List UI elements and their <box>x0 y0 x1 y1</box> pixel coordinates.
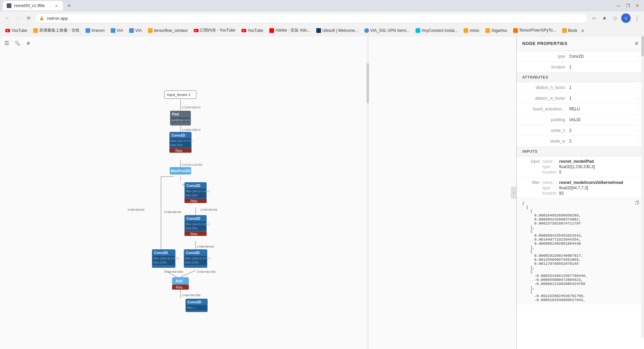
bookmark-label: 訂閱內容 - YouTube <box>200 28 235 33</box>
refresh-button[interactable]: ⟳ <box>24 13 34 23</box>
menu-button[interactable]: ⋮ <box>632 13 641 23</box>
prop-type-expand: › <box>638 54 639 58</box>
node-conv2d-2[interactable]: Conv2D filter (64×1×1×64) bias (64) Relu <box>184 182 210 203</box>
panel-scrollbar-track <box>641 36 644 338</box>
attributes-section-header: ATTRIBUTES <box>517 72 644 82</box>
node-conv2d-5[interactable]: Conv2D filter (256×1×1×64) bias (256) <box>152 249 179 268</box>
bookmark-label: AnyConnect Instal... <box>422 28 458 33</box>
code-line-1: [ <box>522 201 639 205</box>
node-input-tensor[interactable]: input_tensor 2 <box>164 91 196 99</box>
svg-text:Relu: Relu <box>191 199 198 203</box>
input-name-value: resnet_model/Pad <box>559 159 594 164</box>
bookmark-youtube-2[interactable]: ▶ YouTube <box>239 27 266 34</box>
new-tab-button[interactable]: + <box>64 1 74 10</box>
node-pad[interactable]: Pad paddings (4×2) <box>170 111 192 126</box>
right-scroll-indicator[interactable]: › <box>511 187 516 199</box>
code-line-3: [ <box>522 209 639 213</box>
prop-stride-w-row: stride_w 2 › <box>517 136 644 147</box>
bookmark-book[interactable]: Book <box>559 27 580 34</box>
node-conv2d-4[interactable]: Conv2D filter (256×1×1×64) bias (256) <box>184 249 211 268</box>
bookmark-ubisoft[interactable]: Ubisoft | Welcome... <box>314 27 361 34</box>
bookmarks-overflow[interactable]: » <box>581 28 584 34</box>
address-bar[interactable]: 🔒 netron.app <box>35 13 588 23</box>
back-button[interactable]: ← <box>3 13 12 23</box>
title-bar: resnet50_v1.tflite ✕ + — ❐ ✕ <box>0 0 644 11</box>
code-value-3: 0.0002373910974711797 <box>522 221 639 226</box>
node-conv2d-1[interactable]: Conv2D filter (64×7×7×3) bias (64) Relu <box>169 132 193 153</box>
folder-icon <box>33 28 38 33</box>
prop-dilation-h-value: 1 <box>569 85 638 90</box>
bookmark-star-button[interactable]: ★ <box>600 13 609 23</box>
forward-button[interactable]: → <box>13 13 23 23</box>
svg-text:Relu: Relu <box>175 149 182 153</box>
svg-text:Relu: Relu <box>191 232 198 236</box>
input-type-value: float32[1,230,230,3] <box>559 164 595 169</box>
code-value-5: 0.001449771923944354, <box>522 238 639 242</box>
svg-text:Relu: Relu <box>176 286 183 289</box>
node-conv2d-6[interactable]: Conv2D filter (... <box>185 299 208 312</box>
tab-close-button[interactable]: ✕ <box>54 3 59 8</box>
prop-dilation-h-label: dilation_h_factor <box>522 85 569 90</box>
bookmark-label: YouTube <box>11 28 27 33</box>
prop-fused-activation-value: RELU <box>569 107 638 111</box>
node-maxpool2d[interactable]: MaxPool2D <box>170 167 191 174</box>
svg-text:1×56×56×256: 1×56×56×256 <box>197 270 216 273</box>
bookmark-minio[interactable]: minio <box>461 27 482 34</box>
bookmark-youtube-1[interactable]: ▶ YouTube <box>3 27 30 34</box>
code-line-5: { <box>522 250 639 254</box>
properties-close-button[interactable]: ✕ <box>634 40 639 47</box>
svg-text:filter (256×1×1×64): filter (256×1×1×64) <box>153 257 179 260</box>
bookmark-vpn[interactable]: VIA_SSL VPN Servi... <box>362 27 412 34</box>
restore-button[interactable]: ❐ <box>624 2 632 10</box>
svg-text:1×56×56×64: 1×56×56×64 <box>200 208 217 211</box>
active-tab[interactable]: resnet50_v1.tflite ✕ <box>3 1 63 10</box>
prop-dilation-h-row: dilation_h_factor 1 › <box>517 82 644 93</box>
node-conv2d-3[interactable]: Conv2D filter (64×3×3×64) bias (64) Relu <box>184 215 210 236</box>
bookmark-kneron[interactable]: Kneron <box>83 27 107 34</box>
folder-icon <box>111 28 115 33</box>
code-value-8: 0.0012556669744510​65, <box>522 258 639 262</box>
tab-search-button[interactable]: ◻ <box>610 13 620 23</box>
input-role-label: input <box>522 159 542 164</box>
bookmark-adobe[interactable]: Adobe - 安裝 Ado... <box>267 26 313 35</box>
prop-location-value: 1 <box>569 65 639 69</box>
graph-area[interactable]: ☰ 🔍 ⊕ 1×224×224×3 1×230×230×3 1×112×112×… <box>0 36 517 349</box>
input-type-row: type: float32[1,230,230,3] <box>542 164 639 169</box>
prop-stride-h-label: stride_h <box>522 128 569 133</box>
svg-text:1×56×56×64: 1×56×56×64 <box>127 208 145 211</box>
bookmark-tensorflow-centaur[interactable]: tensorflow_centaur <box>145 27 191 34</box>
graph-canvas: 1×224×224×3 1×230×230×3 1×112×112×64 1×5… <box>0 36 369 349</box>
code-close-2: ], <box>522 246 639 250</box>
location-label: location: <box>542 170 559 174</box>
copy-icon-button[interactable]: 🗍 <box>635 201 639 206</box>
svg-text:Conv2D: Conv2D <box>171 133 185 137</box>
bookmark-gigahsu[interactable]: GigaHsu <box>483 27 510 34</box>
cast-button[interactable]: ▭ <box>589 13 598 23</box>
prop-dilation-w-row: dilation_w_factor 1 › <box>517 93 644 104</box>
close-window-button[interactable]: ✕ <box>633 2 641 10</box>
bookmark-via-2[interactable]: VIA <box>126 27 144 34</box>
bookmark-label: Adobe - 安裝 Ado... <box>275 28 310 33</box>
properties-title: NODE PROPERTIES <box>522 41 568 46</box>
code-line-4: { <box>522 230 639 234</box>
bookmark-tensorflow-pyto[interactable]: TensorFlow与PyTo... <box>511 26 559 35</box>
bookmark-anyconnect[interactable]: AnyConnect Instal... <box>413 27 460 34</box>
minimize-button[interactable]: — <box>614 2 623 10</box>
prop-type-value: Conv2D <box>569 54 638 59</box>
app-container: ☰ 🔍 ⊕ 1×224×224×3 1×230×230×3 1×112×112×… <box>0 36 644 349</box>
bookmark-price[interactable]: 原價量級上搶傷・含稅 <box>31 26 82 35</box>
bookmark-label: VIA_SSL VPN Servi... <box>370 28 410 33</box>
node-add[interactable]: Add Relu <box>172 277 189 290</box>
bookmark-via-1[interactable]: VIA <box>108 27 126 34</box>
panel-scrollbar-thumb[interactable] <box>641 36 644 56</box>
prop-type-row: type Conv2D › <box>517 51 644 62</box>
svg-text:Conv2D: Conv2D <box>186 184 201 188</box>
svg-text:Conv2D: Conv2D <box>154 251 168 255</box>
bookmarks-bar: ▶ YouTube 原價量級上搶傷・含稅 Kneron VIA VIA tens… <box>0 25 644 36</box>
name-label: name: <box>542 159 559 164</box>
profile-button[interactable]: U <box>621 13 631 23</box>
code-value-14: -0.0005102549809527843, <box>522 298 639 302</box>
bookmark-subscribe-youtube[interactable]: ▶ 訂閱內容 - YouTube <box>191 26 238 35</box>
svg-text:bias (64): bias (64) <box>171 143 182 147</box>
url-text: netron.app <box>47 16 583 21</box>
